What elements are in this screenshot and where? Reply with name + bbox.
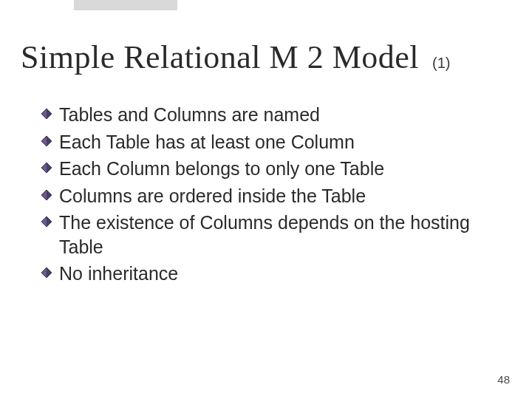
diamond-bullet-icon	[41, 109, 52, 119]
list-item: The existence of Columns depends on the …	[41, 211, 502, 259]
bullet-text: The existence of Columns depends on the …	[59, 211, 502, 259]
list-item: No inheritance	[41, 262, 502, 286]
dotted-rule-top	[0, 10, 532, 18]
list-item: Each Column belongs to only one Table	[41, 157, 502, 181]
svg-marker-5	[47, 163, 52, 173]
svg-marker-7	[47, 190, 52, 200]
slide-title: Simple Relational M 2 Model	[21, 38, 419, 76]
dotted-rule-bottom	[0, 28, 532, 35]
bullet-list: Tables and Columns are named Each Table …	[21, 103, 502, 286]
list-item: Columns are ordered inside the Table	[41, 184, 502, 208]
bullet-text: No inheritance	[59, 262, 178, 286]
bullet-text: Each Column belongs to only one Table	[59, 157, 384, 181]
bullet-text: Columns are ordered inside the Table	[59, 184, 366, 208]
svg-marker-9	[47, 216, 52, 227]
slide-title-suffix: (1)	[432, 55, 450, 72]
bullet-text: Each Table has at least one Column	[59, 130, 355, 154]
bullet-text: Tables and Columns are named	[59, 103, 320, 127]
diamond-bullet-icon	[41, 136, 52, 146]
diamond-bullet-icon	[41, 267, 52, 278]
decorative-tab	[74, 0, 177, 10]
svg-marker-11	[47, 267, 52, 278]
slide-body: Simple Relational M 2 Model (1) Tables a…	[21, 38, 502, 289]
list-item: Tables and Columns are named	[41, 103, 502, 127]
diamond-bullet-icon	[41, 216, 52, 227]
diamond-bullet-icon	[41, 163, 52, 173]
svg-marker-1	[47, 109, 52, 119]
list-item: Each Table has at least one Column	[41, 130, 502, 154]
title-row: Simple Relational M 2 Model (1)	[21, 38, 502, 76]
page-number: 48	[497, 373, 510, 386]
svg-marker-3	[47, 136, 52, 146]
diamond-bullet-icon	[41, 190, 52, 200]
